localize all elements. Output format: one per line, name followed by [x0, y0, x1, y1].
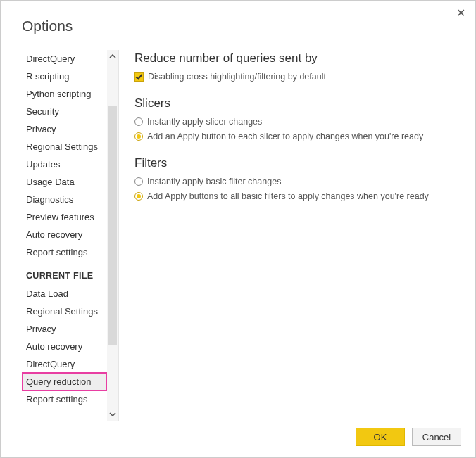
- radio-icon[interactable]: [134, 177, 143, 186]
- option-label: Add an Apply button to each slicer to ap…: [147, 131, 423, 144]
- sidebar-scrollbar[interactable]: [107, 50, 118, 421]
- dialog-body: DirectQueryR scriptingPython scriptingSe…: [1, 40, 475, 421]
- sidebar-item-auto-recovery[interactable]: Auto recovery: [22, 226, 107, 243]
- sidebar-item-diagnostics[interactable]: Diagnostics: [22, 191, 107, 208]
- option-slicer-instant[interactable]: Instantly apply slicer changes: [134, 115, 461, 130]
- radio-icon[interactable]: [134, 117, 143, 126]
- dialog-footer: OK Cancel: [1, 421, 475, 457]
- heading-slicers: Slicers: [134, 96, 461, 110]
- sidebar-list: DirectQueryR scriptingPython scriptingSe…: [22, 50, 107, 421]
- close-icon[interactable]: ✕: [456, 8, 465, 19]
- sidebar-item-updates[interactable]: Updates: [22, 155, 107, 173]
- option-label: Instantly apply basic filter changes: [147, 176, 281, 189]
- sidebar-item-python-scripting[interactable]: Python scripting: [22, 85, 107, 103]
- sidebar-header-current-file: CURRENT FILE: [22, 261, 107, 285]
- sidebar-item-preview-features[interactable]: Preview features: [22, 208, 107, 226]
- options-dialog: ✕ Options DirectQueryR scriptingPython s…: [0, 0, 476, 458]
- option-filter-instant[interactable]: Instantly apply basic filter changes: [134, 174, 461, 190]
- dialog-title: Options: [1, 1, 475, 40]
- heading-filters: Filters: [134, 156, 461, 170]
- option-label: Disabling cross highlighting/filtering b…: [148, 71, 326, 84]
- sidebar-item-privacy[interactable]: Privacy: [22, 120, 107, 138]
- ok-button[interactable]: OK: [356, 428, 405, 446]
- sidebar-item-security[interactable]: Security: [22, 103, 107, 120]
- sidebar-item-privacy[interactable]: Privacy: [22, 320, 107, 338]
- option-disable-cross-highlight[interactable]: Disabling cross highlighting/filtering b…: [134, 70, 461, 85]
- sidebar: DirectQueryR scriptingPython scriptingSe…: [22, 50, 119, 421]
- sidebar-item-directquery[interactable]: DirectQuery: [22, 355, 107, 373]
- sidebar-item-auto-recovery[interactable]: Auto recovery: [22, 338, 107, 355]
- checkbox-icon[interactable]: [134, 72, 144, 82]
- sidebar-item-query-reduction[interactable]: Query reduction: [22, 373, 107, 390]
- cancel-button[interactable]: Cancel: [412, 428, 461, 446]
- option-label: Add Apply buttons to all basic filters t…: [147, 191, 429, 203]
- sidebar-item-report-settings[interactable]: Report settings: [22, 243, 107, 261]
- sidebar-item-report-settings[interactable]: Report settings: [22, 390, 107, 408]
- sidebar-item-regional-settings[interactable]: Regional Settings: [22, 138, 107, 155]
- sidebar-item-regional-settings[interactable]: Regional Settings: [22, 303, 107, 320]
- scroll-thumb[interactable]: [108, 106, 117, 345]
- scroll-down-icon[interactable]: [107, 408, 118, 421]
- radio-icon[interactable]: [134, 132, 143, 141]
- sidebar-item-data-load[interactable]: Data Load: [22, 285, 107, 303]
- sidebar-item-usage-data[interactable]: Usage Data: [22, 173, 107, 191]
- option-filter-apply-button[interactable]: Add Apply buttons to all basic filters t…: [134, 189, 461, 205]
- heading-reduce-queries: Reduce number of queries sent by: [134, 51, 461, 65]
- option-label: Instantly apply slicer changes: [147, 116, 262, 129]
- sidebar-item-directquery[interactable]: DirectQuery: [22, 50, 107, 68]
- content-pane: Reduce number of queries sent by Disabli…: [119, 50, 461, 421]
- sidebar-item-r-scripting[interactable]: R scripting: [22, 68, 107, 85]
- scroll-up-icon[interactable]: [107, 50, 118, 63]
- option-slicer-apply-button[interactable]: Add an Apply button to each slicer to ap…: [134, 129, 461, 145]
- radio-icon[interactable]: [134, 192, 143, 201]
